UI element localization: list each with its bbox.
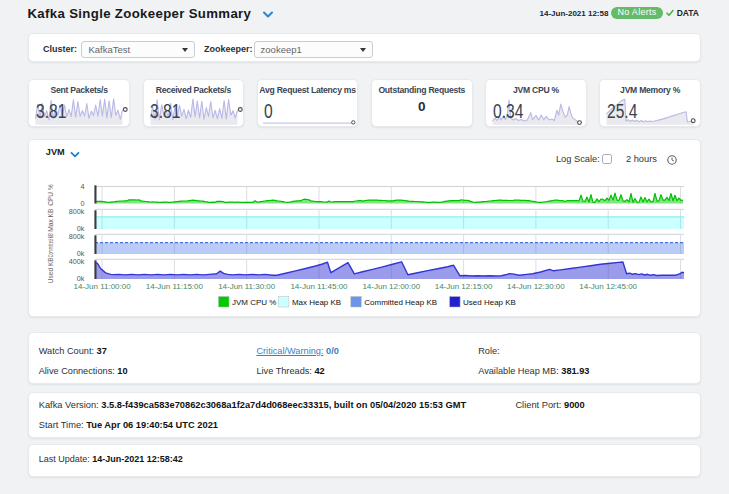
svg-text:CPU %: CPU %: [48, 184, 55, 206]
svg-text:14-Jun 11:15:00: 14-Jun 11:15:00: [146, 282, 204, 291]
svg-text:800k: 800k: [69, 206, 85, 215]
svg-text:Max Heap KB: Max Heap KB: [292, 297, 341, 306]
svg-text:14-Jun 12:00:00: 14-Jun 12:00:00: [363, 282, 421, 291]
svg-text:14-Jun 11:30:00: 14-Jun 11:30:00: [219, 282, 277, 291]
svg-text:JVM CPU %: JVM CPU %: [232, 297, 276, 306]
svg-text:Used Heap KB: Used Heap KB: [463, 297, 516, 306]
svg-text:Used KB: Used KB: [48, 256, 55, 283]
svg-text:14-Jun 11:45:00: 14-Jun 11:45:00: [291, 282, 349, 291]
svg-text:Committed KB: Committed KB: [48, 232, 55, 256]
svg-text:14-Jun 12:30:00: 14-Jun 12:30:00: [507, 282, 565, 291]
svg-text:400k: 400k: [69, 256, 85, 265]
svg-text:Committed Heap KB: Committed Heap KB: [365, 297, 438, 306]
svg-text:Max KB: Max KB: [48, 208, 55, 232]
svg-text:4: 4: [81, 181, 85, 190]
svg-text:800k: 800k: [69, 231, 85, 240]
svg-text:14-Jun 12:15:00: 14-Jun 12:15:00: [435, 282, 493, 291]
svg-text:14-Jun 11:00:00: 14-Jun 11:00:00: [74, 282, 132, 291]
svg-text:14-Jun 12:45:00: 14-Jun 12:45:00: [580, 282, 638, 291]
